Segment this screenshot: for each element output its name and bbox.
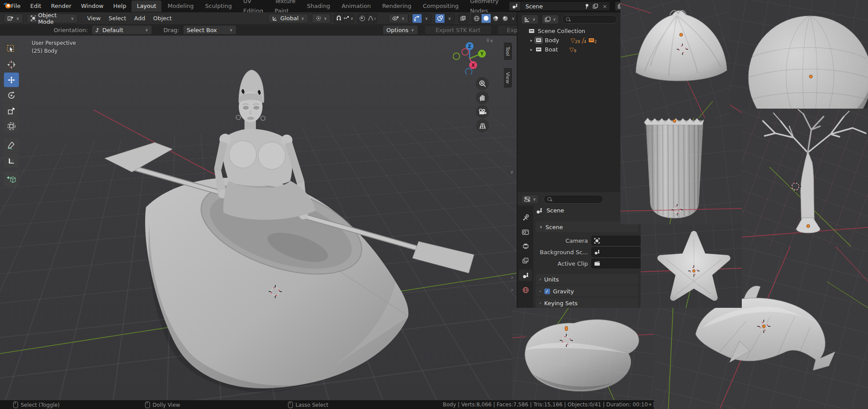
shading-dropdown[interactable]: ∨ bbox=[510, 14, 516, 23]
outliner-body-row[interactable]: ▸ Body ▽ 29 ʃ 4 2 bbox=[518, 36, 621, 45]
pan-hand-icon[interactable] bbox=[476, 91, 489, 104]
menu-edit[interactable]: Edit bbox=[26, 0, 46, 12]
properties-editor-type-dropdown[interactable]: ∨ bbox=[521, 194, 539, 204]
viewport-3d[interactable]: User Perspective (25) Body Z Y X bbox=[0, 36, 517, 400]
tool-transform[interactable] bbox=[4, 119, 19, 133]
gravity-panel-header[interactable]: › ✓ Gravity bbox=[536, 286, 638, 296]
new-scene-icon[interactable] bbox=[591, 4, 600, 9]
workspace-tab-sculpting[interactable]: Sculpting bbox=[200, 0, 237, 12]
gizmo-x-neg-ball[interactable] bbox=[462, 49, 469, 55]
mesh-boat-hull-tile[interactable] bbox=[512, 308, 654, 400]
show-overlays-toggle[interactable] bbox=[435, 14, 445, 23]
menu-window[interactable]: Window bbox=[76, 0, 108, 12]
region-expand-chevron-2[interactable]: › bbox=[511, 286, 513, 293]
shading-wireframe-button[interactable] bbox=[472, 14, 482, 23]
menu-help[interactable]: Help bbox=[109, 0, 131, 12]
overlays-dropdown[interactable]: ∨ bbox=[445, 14, 454, 23]
object-visibility-dropdown[interactable]: ∨ bbox=[388, 14, 408, 23]
gizmo-y-ball[interactable]: Y bbox=[480, 51, 484, 56]
pin-icon[interactable] bbox=[583, 4, 591, 9]
outliner-filter-dropdown[interactable]: ∨ bbox=[521, 15, 539, 24]
scene-selector[interactable]: Scene × bbox=[509, 1, 610, 11]
shading-solid-button[interactable] bbox=[481, 14, 491, 23]
keying-sets-panel-header[interactable]: › Keying Sets bbox=[536, 298, 638, 308]
workspace-tab-animation[interactable]: Animation bbox=[336, 0, 376, 12]
gizmo-dropdown[interactable]: ∨ bbox=[422, 14, 431, 23]
sidebar-tab-tool[interactable]: Tool bbox=[504, 43, 512, 60]
show-gizmo-toggle[interactable] bbox=[412, 14, 422, 23]
shading-material-button[interactable] bbox=[491, 14, 501, 23]
mesh-puffy-star-tile[interactable] bbox=[641, 224, 742, 308]
tool-annotate[interactable] bbox=[4, 138, 19, 152]
outliner-display-mode-dropdown[interactable]: ∨ bbox=[542, 15, 559, 24]
units-panel-header[interactable]: › Units bbox=[536, 274, 638, 285]
background-scene-field[interactable] bbox=[591, 247, 641, 257]
outliner-scene-collection-row[interactable]: Scene Collection bbox=[518, 26, 621, 36]
menu-view[interactable]: View bbox=[83, 15, 105, 22]
mesh-draped-dome-tile[interactable] bbox=[620, 0, 730, 118]
gizmo-z-ball[interactable]: Z bbox=[468, 44, 471, 49]
camera-field[interactable] bbox=[591, 236, 641, 245]
workspace-tab-compositing[interactable]: Compositing bbox=[418, 0, 464, 12]
drag-dropdown[interactable]: Select Box ∨ bbox=[183, 25, 237, 35]
region-collapse-chevron[interactable]: ∨ bbox=[510, 169, 514, 175]
editor-type-dropdown[interactable]: ∨ bbox=[4, 14, 23, 23]
scene-browse-icon[interactable] bbox=[509, 2, 521, 11]
active-clip-field[interactable] bbox=[591, 259, 641, 268]
gizmo-x-ball[interactable]: X bbox=[471, 63, 475, 68]
scene-kayak-figure[interactable] bbox=[0, 36, 517, 400]
gizmo-z-neg-ball[interactable] bbox=[466, 69, 472, 75]
orientation-default-dropdown[interactable]: Default ∨ bbox=[91, 25, 152, 35]
transform-orientation-dropdown[interactable]: Global ∨ bbox=[268, 14, 308, 23]
sidebar-tab-view[interactable]: View bbox=[504, 68, 512, 88]
outliner-search-input[interactable] bbox=[562, 15, 617, 24]
proportional-falloff-dropdown[interactable]: ∨ bbox=[367, 14, 376, 23]
outliner-boat-row[interactable]: ▸ Boat ▽ 9 bbox=[518, 45, 621, 54]
tool-cursor[interactable] bbox=[4, 57, 19, 72]
workspace-tab-layout[interactable]: Layout bbox=[131, 0, 161, 12]
options-dropdown[interactable]: Options ∨ bbox=[383, 25, 418, 35]
camera-view-icon[interactable] bbox=[476, 105, 489, 118]
properties-search-input[interactable] bbox=[543, 195, 603, 204]
region-expand-chevron-1[interactable]: › bbox=[511, 274, 513, 281]
proportional-edit-toggle[interactable] bbox=[358, 14, 368, 23]
scene-name[interactable]: Scene bbox=[521, 3, 583, 10]
snap-magnet-toggle[interactable] bbox=[335, 14, 343, 23]
menu-add[interactable]: Add bbox=[130, 15, 149, 22]
menu-object[interactable]: Object bbox=[149, 15, 175, 22]
gravity-checkbox[interactable]: ✓ bbox=[544, 288, 550, 294]
chevron-down-icon: ∨ bbox=[532, 17, 536, 22]
tool-select-box[interactable] bbox=[4, 42, 19, 56]
expand-arrow-icon[interactable]: ▸ bbox=[518, 38, 532, 43]
pivot-point-dropdown[interactable]: ∨ bbox=[312, 14, 331, 23]
zoom-icon[interactable] bbox=[476, 77, 489, 90]
menu-select[interactable]: Select bbox=[105, 15, 130, 22]
chevron-down-icon: ∨ bbox=[425, 16, 428, 21]
mesh-fluted-column-tile[interactable] bbox=[620, 118, 742, 224]
figure-woman[interactable] bbox=[214, 70, 316, 220]
tool-scale[interactable] bbox=[4, 103, 19, 118]
menu-render[interactable]: Render bbox=[46, 0, 76, 12]
tool-move[interactable] bbox=[4, 73, 19, 87]
orthographic-toggle-icon[interactable] bbox=[476, 119, 489, 132]
grid-overlay bbox=[620, 0, 730, 118]
export-stk-kart-button[interactable]: Export STK Kart bbox=[424, 25, 492, 35]
mode-dropdown[interactable]: Object Mode ∨ bbox=[27, 14, 78, 23]
xray-toggle[interactable] bbox=[458, 14, 468, 23]
workspace-tab-modeling[interactable]: Modeling bbox=[162, 0, 199, 12]
workspace-tab-rendering[interactable]: Rendering bbox=[377, 0, 416, 12]
mesh-bare-tree-tile[interactable] bbox=[742, 109, 868, 246]
tool-rotate[interactable] bbox=[4, 88, 19, 102]
shading-rendered-button[interactable] bbox=[501, 14, 511, 23]
workspace-tab-shading[interactable]: Shading bbox=[302, 0, 336, 12]
unlink-scene-icon[interactable]: × bbox=[600, 3, 610, 10]
region-corner-widget[interactable]: ⠿∨ bbox=[486, 38, 494, 43]
snap-target-dropdown[interactable]: ∨ bbox=[343, 14, 354, 23]
navigation-gizmo[interactable]: Z Y X bbox=[453, 41, 486, 74]
tool-measure[interactable] bbox=[4, 153, 19, 168]
gizmo-y-neg-ball[interactable] bbox=[453, 53, 460, 60]
scene-collection-label: Scene Collection bbox=[538, 28, 585, 34]
chevron-down-icon: ∨ bbox=[16, 16, 19, 21]
expand-arrow-icon[interactable]: ▸ bbox=[518, 47, 532, 52]
tool-add-primitive[interactable] bbox=[4, 172, 19, 186]
